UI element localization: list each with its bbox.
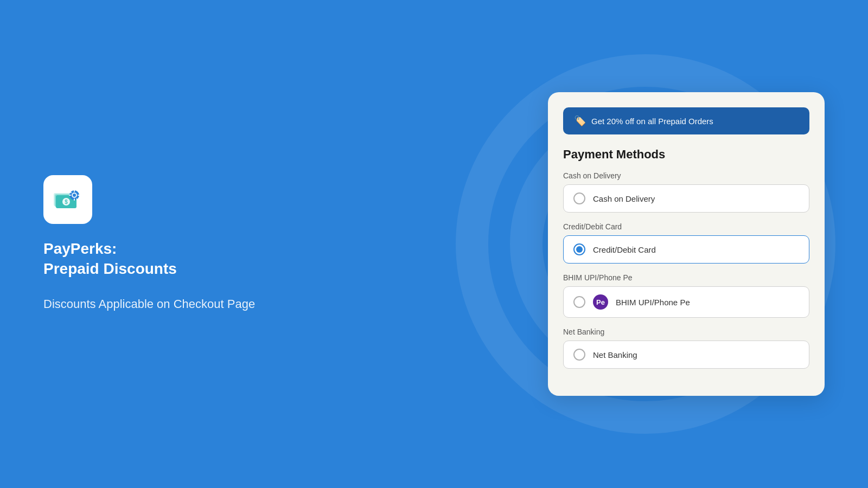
group-label-card: Credit/Debit Card [563, 222, 809, 231]
option-label-netbanking: Net Banking [593, 350, 637, 359]
svg-point-7 [73, 194, 76, 197]
svg-rect-10 [69, 195, 71, 196]
payment-option-card[interactable]: Credit/Debit Card [563, 235, 809, 264]
payment-card: 🏷️ Get 20% off on all Prepaid Orders Pay… [548, 92, 825, 396]
payment-option-netbanking[interactable]: Net Banking [563, 341, 809, 369]
app-icon: $ [43, 175, 92, 224]
payment-group-upi: BHIM UPI/Phone Pe Pe BHIM UPI/Phone Pe [563, 273, 809, 318]
group-label-cod: Cash on Delivery [563, 171, 809, 180]
app-subtitle: Discounts Applicable on Checkout Page [43, 296, 255, 313]
payment-option-upi[interactable]: Pe BHIM UPI/Phone Pe [563, 286, 809, 318]
option-label-cod: Cash on Delivery [593, 194, 655, 203]
svg-rect-8 [74, 190, 75, 192]
svg-rect-11 [78, 195, 80, 196]
app-logo-svg: $ [52, 183, 84, 216]
radio-upi [573, 296, 585, 308]
payment-group-card: Credit/Debit Card Credit/Debit Card [563, 222, 809, 264]
promo-banner[interactable]: 🏷️ Get 20% off on all Prepaid Orders [563, 107, 809, 134]
promo-icon: 🏷️ [574, 115, 586, 127]
phonepe-icon: Pe [593, 294, 608, 310]
svg-text:$: $ [65, 199, 68, 205]
radio-card [573, 243, 585, 255]
payment-group-cod: Cash on Delivery Cash on Delivery [563, 171, 809, 213]
payment-group-netbanking: Net Banking Net Banking [563, 328, 809, 369]
payment-option-cod[interactable]: Cash on Delivery [563, 184, 809, 213]
option-label-upi: BHIM UPI/Phone Pe [616, 298, 690, 307]
section-title: Payment Methods [563, 147, 809, 162]
radio-inner-card [576, 246, 583, 253]
left-panel: $ PayPerks: Prepaid Discounts Discounts … [0, 143, 298, 345]
option-label-card: Credit/Debit Card [593, 245, 656, 254]
app-title: PayPerks: Prepaid Discounts [43, 239, 255, 279]
promo-text: Get 20% off on all Prepaid Orders [591, 117, 713, 126]
svg-rect-9 [74, 198, 75, 201]
right-panel: 🏷️ Get 20% off on all Prepaid Orders Pay… [548, 92, 825, 396]
group-label-netbanking: Net Banking [563, 328, 809, 336]
group-label-upi: BHIM UPI/Phone Pe [563, 273, 809, 282]
radio-cod [573, 192, 585, 204]
radio-netbanking [573, 349, 585, 361]
